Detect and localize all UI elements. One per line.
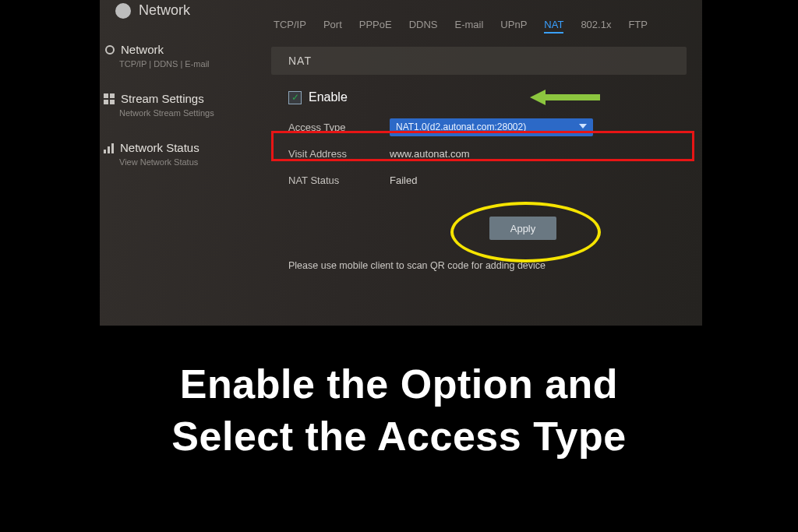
sidebar-item-sublabel: TCP/IP | DDNS | E-mail [119, 59, 263, 69]
enable-label: Enable [309, 90, 348, 104]
sidebar-item-sublabel: Network Stream Settings [119, 108, 263, 118]
section-heading: NAT [271, 47, 687, 75]
grid-icon [104, 93, 115, 104]
tab-8021x[interactable]: 802.1x [581, 19, 611, 33]
svg-marker-0 [530, 90, 600, 105]
apply-button[interactable]: Apply [489, 217, 556, 240]
apply-area: Apply [288, 207, 669, 254]
chevron-down-icon [579, 124, 587, 129]
sidebar-item-network[interactable]: Network TCP/IP | DDNS | E-mail [104, 43, 263, 69]
circle-icon [105, 45, 115, 55]
enable-checkbox[interactable]: ✓ [288, 91, 302, 104]
tab-nat[interactable]: NAT [544, 19, 563, 33]
visit-address-value: www.autonat.com [390, 148, 470, 160]
sidebar-item-network-status[interactable]: Network Status View Network Status [104, 141, 263, 167]
nvr-screenshot: Network Network TCP/IP | DDNS | E-mail S… [100, 0, 702, 326]
caption-line-1: Enable the Option and [0, 358, 798, 410]
nat-status-row: NAT Status Failed [288, 167, 669, 193]
arrow-left-icon [530, 89, 600, 106]
form-area: ✓ Enable Access Type NAT1.0(d2.autonat.c… [271, 75, 687, 271]
sidebar-item-label: Network Status [120, 141, 200, 154]
sidebar-item-stream-settings[interactable]: Stream Settings Network Stream Settings [104, 92, 263, 118]
tab-tcpip[interactable]: TCP/IP [274, 19, 306, 33]
bars-icon [104, 143, 114, 153]
nat-status-value: Failed [390, 174, 417, 186]
enable-row: ✓ Enable [288, 89, 669, 106]
sidebar-item-label: Stream Settings [121, 92, 204, 105]
tab-upnp[interactable]: UPnP [500, 19, 527, 33]
tab-pppoe[interactable]: PPPoE [359, 19, 392, 33]
tab-port[interactable]: Port [323, 19, 342, 33]
sidebar-item-sublabel: View Network Status [119, 157, 263, 167]
visit-address-label: Visit Address [288, 148, 390, 160]
caption-line-2: Select the Access Type [0, 410, 798, 463]
content-area: NAT ✓ Enable Access Type NAT1.0(d2.auton… [271, 47, 687, 271]
nat-status-label: NAT Status [288, 174, 390, 186]
tab-bar: TCP/IP Port PPPoE DDNS E-mail UPnP NAT 8… [274, 19, 648, 33]
qr-instruction: Please use mobile client to scan QR code… [288, 260, 669, 271]
access-type-row: Access Type NAT1.0(d2.autonat.com:28002) [288, 114, 669, 140]
sidebar-item-label: Network [121, 43, 164, 56]
access-type-dropdown[interactable]: NAT1.0(d2.autonat.com:28002) [390, 118, 593, 136]
header: Network [115, 2, 190, 19]
tab-ftp[interactable]: FTP [628, 19, 648, 33]
page-root: Network Network TCP/IP | DDNS | E-mail S… [0, 0, 798, 532]
tab-email[interactable]: E-mail [455, 19, 484, 33]
page-title: Network [139, 2, 190, 19]
visit-address-row: Visit Address www.autonat.com [288, 140, 669, 167]
instruction-caption: Enable the Option and Select the Access … [0, 358, 798, 462]
network-globe-icon [115, 3, 131, 19]
access-type-label: Access Type [288, 122, 390, 133]
access-type-value: NAT1.0(d2.autonat.com:28002) [396, 122, 526, 132]
tab-ddns[interactable]: DDNS [409, 19, 438, 33]
sidebar: Network TCP/IP | DDNS | E-mail Stream Se… [104, 43, 263, 190]
